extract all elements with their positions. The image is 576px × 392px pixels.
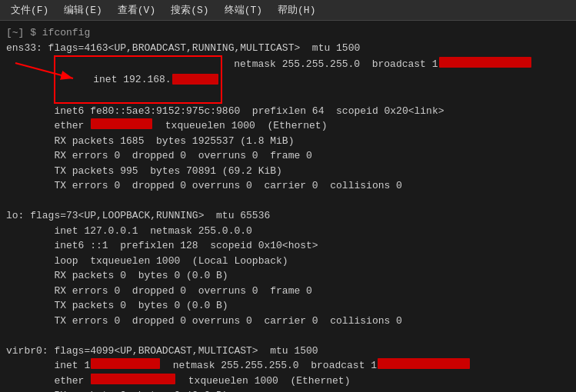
lo-header: lo: flags=73<UP,LOOPBACK,RUNNING> mtu 65…	[6, 208, 570, 224]
ens33-header: ens33: flags=4163<UP,BROADCAST,RUNNING,M…	[6, 41, 570, 56]
ens33-tx-packets: TX packets 995 bytes 70891 (69.2 KiB)	[6, 164, 570, 179]
redact-ip	[172, 74, 218, 85]
lo-loop: loop txqueuelen 1000 (Local Loopback)	[6, 254, 570, 269]
terminal-window: [~] $ ifconfig ens33: flags=4163<UP,BROA…	[0, 21, 576, 392]
ens33-inet: inet 192.168. netmask 255.255.255.0 broa…	[6, 55, 570, 104]
redact-virbr0-broadcast	[378, 358, 470, 369]
virbr0-inet: inet 1 netmask 255.255.255.0 broadcast 1	[6, 358, 570, 374]
redact-virbr0-ip	[91, 358, 160, 369]
lo-rx-packets: RX packets 0 bytes 0 (0.0 B)	[6, 268, 570, 284]
ens33-ether: ether txqueuelen 1000 (Ethernet)	[6, 118, 570, 134]
menu-search[interactable]: 搜索(S)	[163, 2, 216, 18]
lo-inet: inet 127.0.0.1 netmask 255.0.0.0	[6, 224, 570, 239]
virbr0-ether: ether txqueuelen 1000 (Ethernet)	[6, 374, 570, 389]
menu-edit[interactable]: 编辑(E)	[56, 2, 109, 18]
menubar: 文件(F) 编辑(E) 查看(V) 搜索(S) 终端(T) 帮助(H)	[0, 0, 576, 21]
ens33-tx-errors: TX errors 0 dropped 0 overruns 0 carrier…	[6, 178, 570, 194]
inet-highlight-box: inet 192.168.	[54, 55, 221, 104]
menu-view[interactable]: 查看(V)	[110, 2, 163, 18]
ens33-rx-packets: RX packets 1685 bytes 1925537 (1.8 MiB)	[6, 134, 570, 149]
ens33-inet6: inet6 fe80::5ae3:9152:975c:9860 prefixle…	[6, 104, 570, 119]
lo-inet6: inet6 ::1 prefixlen 128 scopeid 0x10<hos…	[6, 238, 570, 254]
redact-virbr0-mac	[91, 374, 175, 384]
lo-tx-errors: TX errors 0 dropped 0 overruns 0 carrier…	[6, 314, 570, 329]
prompt-text: [~] $ ifconfig	[6, 25, 90, 41]
menu-file[interactable]: 文件(F)	[3, 2, 56, 18]
redact-mac	[91, 118, 152, 129]
lo-tx-packets: TX packets 0 bytes 0 (0.0 B)	[6, 298, 570, 314]
blank2	[6, 328, 570, 344]
virbr0-rx-packets: RX packets 0 bytes 0 (0.0 B)	[6, 388, 570, 392]
menu-help[interactable]: 帮助(H)	[270, 2, 323, 18]
lo-rx-errors: RX errors 0 dropped 0 overruns 0 frame 0	[6, 284, 570, 299]
ens33-rx-errors: RX errors 0 dropped 0 overruns 0 frame 0	[6, 148, 570, 164]
blank1	[6, 194, 570, 209]
menu-terminal[interactable]: 终端(T)	[217, 2, 270, 18]
redact-broadcast	[439, 57, 531, 68]
prompt-line: [~] $ ifconfig	[6, 25, 570, 41]
virbr0-header: virbr0: flags=4099<UP,BROADCAST,MULTICAS…	[6, 344, 570, 359]
